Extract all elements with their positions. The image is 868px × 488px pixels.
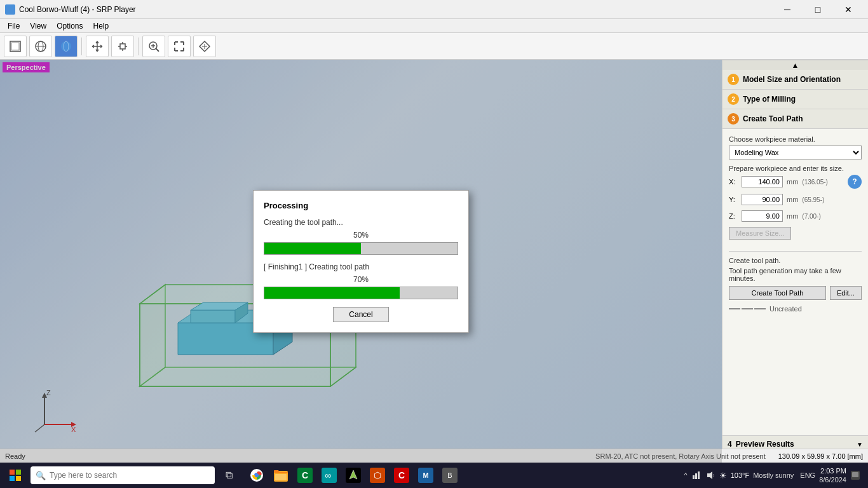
taskbar-app9[interactable]: B [438, 464, 461, 487]
y-unit: mm [787, 196, 798, 203]
tray-up-arrow[interactable]: ^ [684, 471, 687, 479]
x-range: (136.05-) [802, 179, 828, 186]
preview-label: Preview Results [736, 440, 794, 449]
svg-rect-44 [693, 475, 695, 479]
stage1-percent: 50% [264, 231, 458, 240]
progress-bar-2 [264, 287, 458, 299]
main-area: Perspective [0, 60, 868, 463]
step2-header[interactable]: 2 Type of Milling [722, 90, 868, 109]
tool-sphere[interactable] [55, 36, 78, 57]
cricut2-icon: ⬡ [370, 468, 385, 483]
toolpath-buttons: Create Tool Path Edit... [729, 286, 862, 300]
menu-help[interactable]: Help [88, 20, 114, 32]
search-input[interactable] [50, 471, 189, 480]
processing-dialog: Processing Creating the tool path... 50%… [253, 190, 469, 333]
cricut-icon: C [297, 468, 313, 483]
taskbar-file-explorer[interactable] [269, 464, 292, 487]
x-unit: mm [787, 178, 798, 186]
panel-content: Choose workpiece material. Modeling Wax … [722, 129, 868, 319]
taskbar-app7[interactable]: C [390, 464, 413, 487]
create-tool-path-button[interactable]: Create Tool Path [729, 286, 826, 300]
y-range: (65.95-) [802, 196, 824, 203]
step3-header[interactable]: 3 Create Tool Path [722, 109, 868, 129]
taskbar-chrome[interactable] [245, 464, 268, 487]
maximize-button[interactable]: □ [803, 0, 832, 19]
notification-icon [850, 470, 860, 480]
minimize-button[interactable]: ─ [773, 0, 802, 19]
y-axis-label: Y: [729, 196, 738, 203]
app-icon [5, 4, 15, 15]
z-unit: mm [787, 212, 798, 220]
cancel-row: Cancel [264, 307, 458, 322]
svg-point-5 [61, 41, 71, 51]
menu-file[interactable]: File [3, 20, 25, 32]
windows-logo-icon [10, 470, 21, 481]
uncreated-icon [729, 308, 766, 309]
svg-text:): ) [713, 473, 714, 477]
viewport[interactable]: Perspective [0, 60, 722, 463]
material-label: Choose workpiece material. [729, 135, 862, 143]
folder-icon [273, 468, 288, 483]
weather-icon: ☀ [719, 471, 727, 480]
weather-temp: 103°F [731, 471, 749, 479]
stage2-label: [ Finishing1 ] Creating tool path [264, 262, 458, 271]
tool-view3d[interactable] [4, 36, 27, 57]
svg-marker-47 [707, 471, 712, 479]
svg-rect-46 [698, 471, 700, 479]
svg-rect-34 [10, 470, 15, 475]
step2-label: Type of Milling [743, 95, 796, 104]
search-icon: 🔍 [36, 471, 46, 480]
scroll-up-button[interactable]: ▲ [722, 60, 868, 70]
start-button[interactable] [3, 463, 28, 488]
tool-move[interactable] [86, 36, 109, 57]
step1-header[interactable]: 1 Model Size and Orientation [722, 70, 868, 90]
step2-circle: 2 [728, 93, 739, 105]
volume-icon: ) [705, 470, 715, 480]
material-select[interactable]: Modeling Wax Chemical Wood Foam Acrylic … [729, 146, 862, 159]
clock-time: 2:03 PM [819, 466, 846, 475]
menu-view[interactable]: View [25, 20, 51, 32]
clock: 2:03 PM 8/6/2024 [819, 466, 846, 485]
tool-fit[interactable] [168, 36, 191, 57]
toolbar-separator2 [138, 37, 139, 55]
app9-icon: B [442, 468, 458, 483]
step3-label: Create Tool Path [743, 114, 803, 123]
field-row-y: Y: mm (65.95-) [729, 194, 862, 205]
svg-rect-35 [16, 470, 21, 475]
dialog-overlay: Processing Creating the tool path... 50%… [0, 60, 722, 463]
taskbar-arduino[interactable]: ∞ [318, 464, 341, 487]
y-input[interactable] [742, 194, 783, 205]
taskbar-app8[interactable]: M [414, 464, 437, 487]
edit-button[interactable]: Edit... [830, 286, 862, 300]
progress-bar-1 [264, 242, 458, 255]
step1-label: Model Size and Orientation [743, 75, 841, 84]
x-input[interactable] [742, 176, 783, 187]
z-range: (7.00-) [802, 213, 820, 220]
chrome-icon [249, 468, 264, 483]
taskbar-inkscape[interactable] [342, 464, 365, 487]
z-input[interactable] [742, 210, 783, 222]
progress-bar-fill-1 [264, 243, 361, 254]
workpiece-label: Prepare workpiece and enter its size. [729, 165, 862, 172]
search-bar[interactable]: 🔍 [31, 466, 215, 484]
menu-bar: File View Options Help [0, 19, 868, 33]
svg-rect-50 [852, 472, 858, 477]
help-button[interactable]: ? [848, 175, 862, 189]
close-button[interactable]: ✕ [834, 0, 863, 19]
cancel-button[interactable]: Cancel [333, 307, 388, 322]
window-title: Cool Borwo-Wluff (4) - SRP Player [19, 5, 773, 14]
task-view-button[interactable]: ⧉ [217, 464, 240, 487]
svg-rect-45 [695, 473, 697, 479]
taskbar-cricut[interactable]: C [294, 464, 316, 487]
tool-pan[interactable] [111, 36, 134, 57]
tool-reset[interactable] [193, 36, 216, 57]
uncreated-row: Uncreated [729, 305, 862, 313]
taskbar-cricut2[interactable]: ⬡ [366, 464, 389, 487]
field-row-x: X: mm (136.05-) ? [729, 175, 862, 189]
tool-globe[interactable] [29, 36, 52, 57]
menu-options[interactable]: Options [51, 20, 88, 32]
inkscape-icon [346, 468, 361, 483]
measure-size-button[interactable]: Measure Size... [729, 227, 791, 240]
svg-rect-1 [11, 43, 19, 50]
tool-zoom[interactable] [142, 36, 165, 57]
